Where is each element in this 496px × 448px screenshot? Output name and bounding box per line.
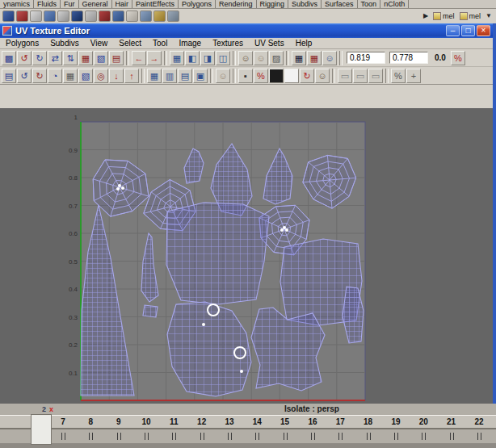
uk-flag-icon[interactable]: ▧ xyxy=(94,51,108,65)
percent-icon[interactable]: % xyxy=(254,69,268,83)
shelf-tab[interactable]: Fluids xyxy=(34,0,61,8)
tile-2-icon[interactable]: ▥ xyxy=(162,69,177,83)
uv-canvas[interactable]: 10.90.80.70.60.50.40.30.20.10.10.20.30.4… xyxy=(0,108,493,425)
axis-indicator: 2x xyxy=(42,405,53,413)
flag-small-icon[interactable]: ▧ xyxy=(78,69,93,83)
tile-1-icon[interactable]: ▦ xyxy=(147,69,162,83)
close-button[interactable]: × xyxy=(477,25,490,36)
move-up-icon[interactable]: ↑ xyxy=(124,69,139,83)
mel-script-button[interactable]: mel xyxy=(458,12,483,20)
target-icon[interactable]: ◎ xyxy=(94,69,108,83)
shelf-tool-icon[interactable] xyxy=(140,10,152,22)
uv-shell[interactable] xyxy=(166,203,269,304)
shelf-tab[interactable]: Rendering xyxy=(216,0,257,8)
relax-grid-icon[interactable]: ▦ xyxy=(63,69,78,83)
uv-snapshot-icon[interactable]: ▩ xyxy=(2,51,16,65)
person-d-icon[interactable]: ☺ xyxy=(315,69,330,83)
shelf-tab[interactable]: PaintEffects xyxy=(132,0,179,8)
copy-icon[interactable]: ▭ xyxy=(338,69,352,83)
title-bar[interactable]: UV Texture Editor – □ × xyxy=(0,23,493,38)
prev-uv-icon[interactable]: ← xyxy=(132,51,146,65)
shelf-tab[interactable]: Surfaces xyxy=(322,0,358,8)
paste-icon[interactable]: ▭ xyxy=(353,69,368,83)
layout-grid-1-icon[interactable]: ▦ xyxy=(170,51,184,65)
uv-shell[interactable] xyxy=(251,308,325,391)
person-c-icon[interactable]: ☺ xyxy=(216,69,230,83)
layout-grid-3-icon[interactable]: ◨ xyxy=(200,51,215,65)
menu-uv-sets[interactable]: UV Sets xyxy=(249,39,290,48)
refresh-icon[interactable]: ↻ xyxy=(300,69,314,83)
person-a-icon[interactable]: ☺ xyxy=(238,51,253,65)
shelf-tab[interactable]: Hair xyxy=(112,0,133,8)
maximize-button[interactable]: □ xyxy=(461,25,475,36)
flip-v-icon[interactable]: ⇅ xyxy=(63,51,78,65)
twist-ccw-icon[interactable]: ↺ xyxy=(17,69,32,83)
uv-viewport[interactable]: 10.90.80.70.60.50.40.30.20.10.10.20.30.4… xyxy=(0,108,493,425)
menu-polygons[interactable]: Polygons xyxy=(0,39,44,48)
move-down-icon[interactable]: ↓ xyxy=(109,69,124,83)
percent-up-icon[interactable]: % xyxy=(451,51,465,65)
rotate-ccw-icon[interactable]: ↺ xyxy=(17,51,32,65)
person-grid-icon[interactable]: ☺ xyxy=(322,51,337,65)
v-coordinate-field[interactable] xyxy=(389,52,428,64)
range-slider[interactable] xyxy=(0,429,496,443)
shelf-menu-down-icon[interactable]: ▼ xyxy=(484,12,494,19)
dither-icon[interactable]: ▨ xyxy=(269,51,284,65)
shelf-tab[interactable]: Toon xyxy=(358,0,381,8)
shelf-tab[interactable]: Subdivs xyxy=(288,0,322,8)
shelf-tool-icon[interactable] xyxy=(30,10,42,22)
shelf-tool-icon[interactable] xyxy=(85,10,97,22)
menu-textures[interactable]: Textures xyxy=(207,39,249,48)
menu-subdivs[interactable]: Subdivs xyxy=(44,39,85,48)
uv-shell[interactable] xyxy=(143,305,158,317)
menu-select[interactable]: Select xyxy=(113,39,147,48)
shelf-tab[interactable]: Rigging xyxy=(257,0,289,8)
layout-grid-2-icon[interactable]: ◧ xyxy=(185,51,200,65)
u-coordinate-field[interactable] xyxy=(347,52,385,64)
shelf-scroll-right-icon[interactable]: ▶ xyxy=(422,12,430,19)
grid-dark-icon[interactable]: ▦ xyxy=(292,51,306,65)
shelf-tool-icon[interactable] xyxy=(126,10,138,22)
twist-cw-icon[interactable]: ↻ xyxy=(32,69,47,83)
tile-3-icon[interactable]: ▤ xyxy=(178,69,192,83)
shelf-tool-icon[interactable] xyxy=(99,10,111,22)
paste-special-icon[interactable]: ▭ xyxy=(368,69,383,83)
shelf-tab[interactable]: General xyxy=(79,0,112,8)
shelf-tool-icon[interactable] xyxy=(167,10,179,22)
menu-help[interactable]: Help xyxy=(290,39,318,48)
shelf-tab[interactable]: Polygons xyxy=(179,0,216,8)
shelf-tab[interactable]: ynamics xyxy=(0,0,34,8)
grid-red-icon[interactable]: ▦ xyxy=(307,51,322,65)
rotate-cw-icon[interactable]: ↻ xyxy=(32,51,47,65)
shelf-tool-icon[interactable] xyxy=(153,10,166,22)
minimize-button[interactable]: – xyxy=(446,25,460,36)
next-uv-icon[interactable]: → xyxy=(147,51,162,65)
person-b-icon[interactable]: ☺ xyxy=(254,51,268,65)
spin-icon[interactable]: ◔ xyxy=(48,69,62,83)
flip-u-icon[interactable]: ⇄ xyxy=(48,51,62,65)
percent-grid-icon[interactable]: % xyxy=(391,69,406,83)
image-bright-icon[interactable] xyxy=(284,69,299,83)
shelf-tool-icon[interactable] xyxy=(71,10,83,22)
layout-shortcut-panel[interactable] xyxy=(31,414,52,445)
mel-script-button[interactable]: mel xyxy=(431,12,456,20)
shelf-tool-icon[interactable] xyxy=(16,10,28,22)
add-icon[interactable]: + xyxy=(406,69,421,83)
menu-view[interactable]: View xyxy=(85,39,114,48)
menu-tool[interactable]: Tool xyxy=(147,39,173,48)
shelf-tool-icon[interactable] xyxy=(44,10,56,22)
shelf-tool-icon[interactable] xyxy=(112,10,124,22)
lattice-icon[interactable]: ▤ xyxy=(2,69,16,83)
shelf-tab[interactable]: nCloth xyxy=(380,0,409,8)
pixel-grid-icon[interactable]: ▪ xyxy=(238,69,253,83)
shelf-tool-icon[interactable] xyxy=(2,10,15,22)
shelf-tab[interactable]: Fur xyxy=(61,0,79,8)
image-dark-icon[interactable] xyxy=(269,69,284,83)
time-ruler[interactable]: 78910111213141516171819202122 xyxy=(0,415,496,428)
tile-4-icon[interactable]: ▣ xyxy=(193,69,208,83)
layout-grid-4-icon[interactable]: ◫ xyxy=(216,51,230,65)
shelf-tool-icon[interactable] xyxy=(57,10,69,22)
menu-image[interactable]: Image xyxy=(173,39,207,48)
checker-map-icon[interactable]: ▦ xyxy=(78,51,93,65)
grid-flag-icon[interactable]: ▤ xyxy=(109,51,124,65)
